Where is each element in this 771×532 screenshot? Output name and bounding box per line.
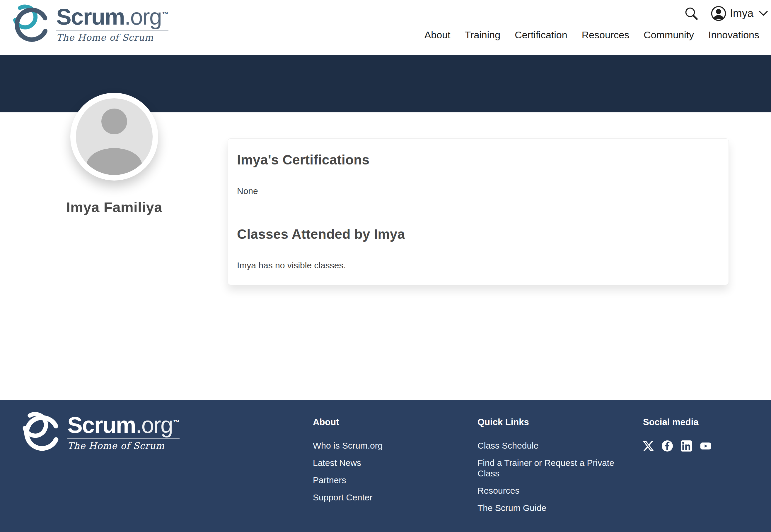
- linkedin-social-link[interactable]: [681, 440, 692, 452]
- footer-logo-tagline: The Home of Scrum: [67, 440, 179, 451]
- chevron-down-icon: [759, 11, 768, 16]
- facebook-icon: [662, 440, 673, 452]
- scrumorg-profile-page: Scrum.org™ The Home of Scrum: [0, 0, 771, 532]
- x-social-link[interactable]: [643, 441, 654, 452]
- footer-about-title: About: [313, 417, 383, 428]
- profile-display-name: Imya Familiya: [34, 199, 195, 215]
- nav-item-community[interactable]: Community: [644, 29, 694, 41]
- logo-divider: [56, 30, 168, 31]
- trademark-symbol: ™: [162, 11, 168, 18]
- footer-link-latest-news[interactable]: Latest News: [313, 458, 383, 468]
- footer-link-resources[interactable]: Resources: [477, 485, 626, 496]
- classes-title: Classes Attended by Imya: [237, 226, 717, 242]
- footer-link-who-is-scrumorg[interactable]: Who is Scrum.org: [313, 440, 383, 451]
- footer-quick-links-column: Quick Links Class Schedule Find a Traine…: [477, 417, 626, 520]
- nav-item-innovations[interactable]: Innovations: [708, 29, 759, 41]
- footer-about-column: About Who is Scrum.org Latest News Partn…: [313, 417, 383, 509]
- footer-link-support-center[interactable]: Support Center: [313, 492, 383, 503]
- footer-scrumorg-logo-mark-icon: [18, 409, 64, 455]
- footer-link-scrum-guide[interactable]: The Scrum Guide: [477, 503, 626, 513]
- footer-scrumorg-logo[interactable]: Scrum.org™ The Home of Scrum: [18, 409, 179, 455]
- logo-tagline: The Home of Scrum: [56, 32, 168, 43]
- user-menu-name: Imya: [730, 7, 753, 20]
- nav-item-certification[interactable]: Certification: [515, 29, 567, 41]
- nav-item-training[interactable]: Training: [465, 29, 501, 41]
- user-menu[interactable]: Imya: [711, 6, 768, 21]
- footer-quick-links-title: Quick Links: [477, 417, 626, 428]
- user-avatar-icon: [711, 6, 727, 21]
- footer-social-column: Social media: [643, 417, 712, 452]
- facebook-social-link[interactable]: [662, 440, 673, 452]
- main-navigation: About Training Certification Resources C…: [424, 29, 759, 41]
- header-utility-bar: Imya: [684, 1, 768, 26]
- certifications-title: Imya's Certifications: [237, 152, 717, 168]
- profile-details-card: Imya's Certifications None Classes Atten…: [228, 138, 729, 285]
- nav-item-about[interactable]: About: [424, 29, 450, 41]
- footer-trademark-symbol: ™: [173, 419, 179, 426]
- footer-link-partners[interactable]: Partners: [313, 475, 383, 485]
- youtube-social-link[interactable]: [700, 440, 712, 452]
- search-icon: [684, 6, 699, 21]
- footer-logo-wordmark: Scrum.org™: [67, 413, 179, 436]
- site-header: Scrum.org™ The Home of Scrum: [0, 0, 771, 55]
- search-button[interactable]: [684, 6, 699, 21]
- scrumorg-logo[interactable]: Scrum.org™ The Home of Scrum: [9, 2, 168, 46]
- profile-avatar: [70, 93, 158, 181]
- x-icon: [643, 441, 654, 452]
- footer-link-find-a-trainer[interactable]: Find a Trainer or Request a Private Clas…: [477, 458, 626, 479]
- footer-logo-divider: [67, 438, 179, 439]
- certifications-empty-text: None: [237, 186, 717, 196]
- avatar-placeholder-icon: [76, 98, 152, 175]
- logo-wordmark: Scrum.org™: [56, 5, 168, 28]
- linkedin-icon: [681, 440, 692, 452]
- nav-item-resources[interactable]: Resources: [582, 29, 630, 41]
- classes-empty-text: Imya has no visible classes.: [237, 260, 717, 270]
- youtube-icon: [700, 440, 712, 452]
- scrumorg-logo-mark-icon: [9, 2, 53, 46]
- footer-link-class-schedule[interactable]: Class Schedule: [477, 440, 626, 451]
- footer-social-title: Social media: [643, 417, 712, 428]
- social-links-row: [643, 440, 712, 452]
